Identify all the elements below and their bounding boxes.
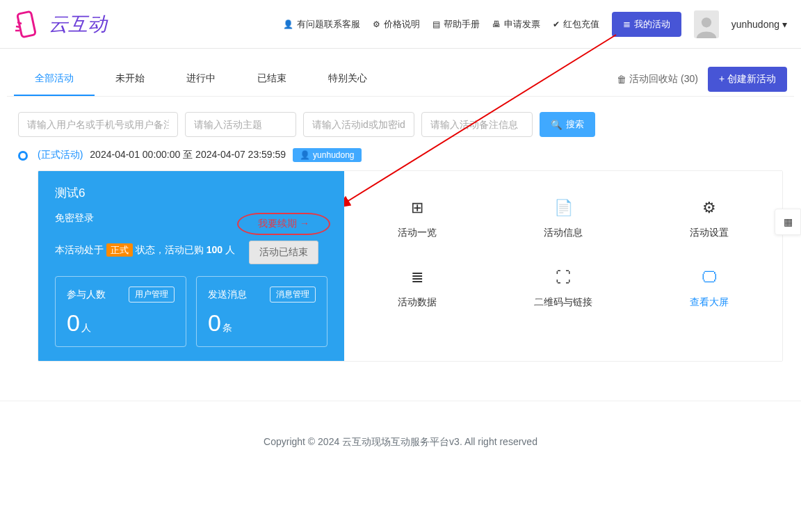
nav-redpack[interactable]: ✔红包充值: [553, 18, 599, 31]
nav-invoice[interactable]: 🖶申请发票: [492, 18, 540, 31]
tab-ongoing[interactable]: 进行中: [165, 63, 236, 96]
stat-value: 0: [67, 309, 80, 336]
tabs: 全部活动 未开始 进行中 已结束 特别关心: [14, 63, 388, 96]
activity-summary-panel: 测试6 免密登录 我要续期 活动已结束 本活动处于 正式 状态，活动已购 100…: [38, 171, 344, 361]
side-widget-button[interactable]: ▦: [775, 209, 801, 235]
activity-type: (正式活动): [38, 149, 83, 161]
stat-participants: 参与人数 用户管理 0人: [55, 276, 186, 347]
header-nav: 👤有问题联系客服 ⚙价格说明 ▤帮助手册 🖶申请发票 ✔红包充值 ≣我的活动 y…: [283, 10, 787, 38]
tab-special[interactable]: 特别关心: [307, 63, 388, 96]
activity-ended-button: 活动已结束: [249, 241, 318, 264]
grid-icon: ⊞: [411, 200, 423, 216]
message-manage-button[interactable]: 消息管理: [270, 287, 316, 303]
logo-text: 云互动: [49, 11, 107, 38]
avatar-icon: [695, 15, 718, 38]
app-header: 云互动 👤有问题联系客服 ⚙价格说明 ▤帮助手册 🖶申请发票 ✔红包充值 ≣我的…: [0, 0, 801, 49]
main-content: 全部活动 未开始 进行中 已结束 特别关心 🗑活动回收站 (30) + 创建新活…: [0, 49, 801, 376]
search-theme-input[interactable]: [185, 112, 296, 137]
action-qrcode[interactable]: ⛶二维码与链接: [521, 270, 605, 309]
qrcode-icon: ⛶: [556, 270, 571, 285]
timeline-dot-icon: [18, 151, 28, 161]
trash-icon: 🗑: [617, 74, 626, 85]
svg-line-5: [17, 22, 22, 24]
activity-owner-chip[interactable]: 👤yunhudong: [293, 148, 361, 162]
logo-icon: [14, 10, 43, 39]
search-icon: 🔍: [551, 120, 563, 130]
gear-icon: ⚙: [702, 200, 716, 216]
svg-line-4: [16, 26, 20, 27]
shield-icon: ✔: [553, 19, 560, 29]
tab-row: 全部活动 未开始 进行中 已结束 特别关心 🗑活动回收站 (30) + 创建新活…: [7, 63, 794, 97]
svg-rect-2: [17, 11, 36, 37]
print-icon: 🖶: [492, 19, 501, 29]
svg-point-6: [702, 17, 711, 27]
search-remark-input[interactable]: [421, 112, 533, 137]
search-button[interactable]: 🔍搜索: [540, 112, 595, 137]
stat-label: 发送消息: [208, 289, 247, 301]
database-icon: ≣: [411, 270, 423, 285]
activity-header: (正式活动) 2024-04-01 00:00:00 至 2024-04-07 …: [38, 148, 783, 162]
action-data[interactable]: ≣活动数据: [375, 270, 459, 309]
tab-all[interactable]: 全部活动: [14, 63, 95, 96]
list-icon: ≣: [623, 19, 631, 29]
user-icon: 👤: [300, 150, 310, 160]
search-id-input[interactable]: [303, 112, 414, 137]
nav-pricing[interactable]: ⚙价格说明: [373, 18, 420, 31]
widget-icon: ▦: [784, 216, 793, 227]
nav-help[interactable]: ▤帮助手册: [432, 18, 480, 31]
my-activity-button[interactable]: ≣我的活动: [612, 12, 681, 37]
activity-actions-panel: ⊞活动一览 📄活动信息 ⚙活动设置 ≣活动数据 ⛶二维码与链接 🖵查看大屏: [344, 171, 782, 361]
search-user-input[interactable]: [18, 112, 178, 137]
action-info[interactable]: 📄活动信息: [521, 200, 605, 239]
logo[interactable]: 云互动: [14, 10, 107, 39]
footer-text: Copyright © 2024 云互动现场互动服务平台v3. All righ…: [0, 401, 801, 504]
stat-label: 参与人数: [67, 289, 106, 301]
recycle-bin-link[interactable]: 🗑活动回收站 (30): [617, 73, 698, 86]
stat-value: 0: [208, 309, 221, 336]
action-screen[interactable]: 🖵查看大屏: [668, 270, 751, 309]
activity-card: 测试6 免密登录 我要续期 活动已结束 本活动处于 正式 状态，活动已购 100…: [38, 170, 783, 362]
activity-title: 测试6: [55, 185, 327, 201]
user-dropdown[interactable]: yunhudong▾: [731, 19, 787, 30]
support-icon: 👤: [283, 19, 293, 29]
action-overview[interactable]: ⊞活动一览: [375, 200, 459, 239]
tab-not-started[interactable]: 未开始: [95, 63, 165, 96]
create-activity-button[interactable]: + 创建新活动: [708, 67, 787, 92]
file-icon: 📄: [554, 200, 573, 216]
activity-time: 2024-04-01 00:00:00 至 2024-04-07 23:59:5…: [90, 149, 286, 161]
gear-icon: ⚙: [373, 19, 380, 29]
monitor-icon: 🖵: [702, 270, 717, 285]
nav-support[interactable]: 👤有问题联系客服: [283, 18, 360, 31]
status-badge: 正式: [106, 243, 133, 257]
stat-messages: 发送消息 消息管理 0条: [196, 276, 327, 347]
avatar[interactable]: [694, 10, 719, 38]
renew-link[interactable]: 我要续期: [237, 213, 330, 235]
tab-ended[interactable]: 已结束: [236, 63, 307, 96]
caret-down-icon: ▾: [782, 19, 787, 30]
book-icon: ▤: [432, 19, 440, 29]
search-row: 🔍搜索: [7, 97, 794, 148]
action-settings[interactable]: ⚙活动设置: [668, 200, 751, 239]
activity-item: (正式活动) 2024-04-01 00:00:00 至 2024-04-07 …: [7, 148, 794, 362]
user-manage-button[interactable]: 用户管理: [129, 287, 175, 303]
